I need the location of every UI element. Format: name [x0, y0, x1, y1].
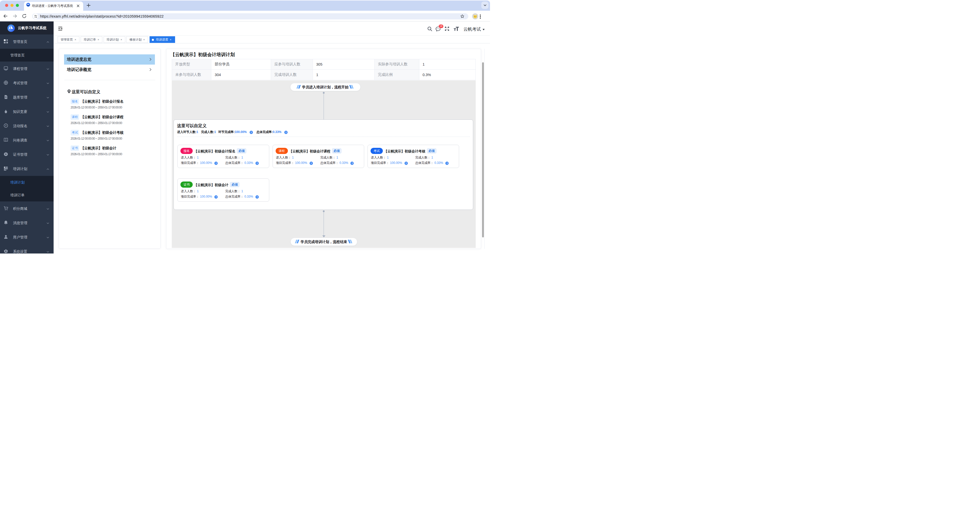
svg-text:#: #: [5, 124, 6, 127]
